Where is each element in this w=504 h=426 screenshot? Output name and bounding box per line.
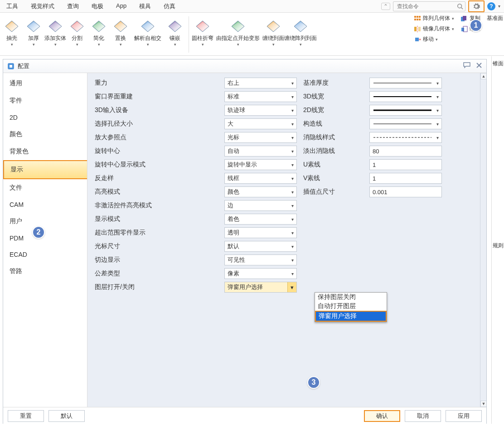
reset-button[interactable]: 重置: [8, 410, 44, 422]
sidebar-item[interactable]: 2D: [3, 109, 87, 126]
sidebar-item[interactable]: 文件: [3, 179, 87, 196]
setting-textbox[interactable]: 80: [369, 146, 442, 157]
line-style-combo[interactable]: ▾: [369, 105, 442, 116]
menubar-item[interactable]: 视觉样式: [28, 0, 57, 12]
ribbon-array-geometry[interactable]: 阵列几何体▾: [414, 15, 454, 22]
setting-combo[interactable]: 自动▾: [224, 146, 297, 157]
ribbon-button[interactable]: 加厚 ▾: [23, 15, 44, 47]
chevron-down-icon[interactable]: ▾: [498, 4, 500, 9]
sidebar-item[interactable]: ECAD: [3, 246, 87, 263]
sidebar-item[interactable]: CAM: [3, 196, 87, 213]
setting-combo[interactable]: 大▾: [224, 118, 297, 129]
layer-toggle-dropdown[interactable]: 保持图层关闭自动打开图层弹窗用户选择: [315, 292, 387, 322]
ribbon-label: 添加实体: [44, 34, 66, 42]
ribbon-label: 镶嵌: [170, 34, 180, 42]
help-button[interactable]: ?: [487, 2, 495, 10]
dropdown-option[interactable]: 自动打开图层: [315, 302, 387, 311]
combo-value: 标准: [228, 93, 239, 101]
menubar-item[interactable]: 电极: [89, 0, 106, 12]
sidebar-item[interactable]: 管路: [3, 263, 87, 280]
callout-badge-3: 3: [307, 376, 320, 389]
setting-combo[interactable]: 颜色▾: [224, 186, 297, 197]
menubar-item[interactable]: 工具: [4, 0, 21, 12]
svg-rect-13: [461, 28, 464, 31]
ribbon-icon: [166, 15, 184, 34]
glimpse-item[interactable]: 规则: [493, 238, 504, 420]
apply-button[interactable]: 应用: [446, 410, 482, 422]
setting-combo[interactable]: 着色▾: [224, 214, 297, 225]
svg-rect-15: [415, 38, 419, 41]
setting-textbox[interactable]: 1: [369, 159, 442, 170]
sidebar-item[interactable]: 颜色: [3, 126, 87, 143]
menubar-item[interactable]: 查询: [64, 0, 82, 12]
menubar-item[interactable]: App: [113, 0, 129, 12]
cancel-button[interactable]: 取消: [405, 410, 441, 422]
default-button[interactable]: 默认: [48, 410, 85, 422]
ribbon-label: 分割: [72, 34, 82, 42]
dropdown-option[interactable]: 弹窗用户选择: [315, 311, 387, 322]
ribbon-move[interactable]: 移动▾: [414, 35, 438, 43]
ribbon-label: 抽壳: [6, 34, 17, 42]
menubar-item[interactable]: 模具: [136, 0, 154, 12]
setting-combo[interactable]: 标准▾: [224, 91, 297, 102]
ribbon-button[interactable]: 简化 ▾: [88, 15, 110, 47]
sidebar-item[interactable]: 显示: [3, 160, 87, 179]
search-input-wrap[interactable]: [393, 1, 465, 11]
setting-combo[interactable]: 默认▾: [224, 241, 297, 252]
ribbon-button[interactable]: 由指定点开始变形 ▾: [213, 15, 262, 47]
setting-combo[interactable]: 光标▾: [224, 132, 297, 143]
line-style-combo[interactable]: ▾: [369, 132, 442, 143]
setting-textbox[interactable]: 1: [369, 173, 442, 184]
ribbon-datum-plane[interactable]: 基准面: [487, 15, 503, 22]
combo-value: 颜色: [228, 188, 239, 196]
scroll-down-icon[interactable]: ▼: [480, 401, 486, 407]
setting-combo[interactable]: 可见性▾: [224, 255, 297, 265]
line-style-combo[interactable]: ▾: [369, 78, 442, 88]
chevron-down-icon: ▾: [33, 42, 35, 47]
ok-button[interactable]: 确认: [364, 410, 400, 422]
chevron-down-icon: ▾: [291, 176, 294, 181]
line-style-combo[interactable]: ▾: [369, 118, 442, 129]
ribbon-button[interactable]: 镶嵌 ▾: [164, 15, 186, 47]
comment-icon[interactable]: [463, 62, 471, 70]
ribbon-mirror-geometry[interactable]: 镜像几何体▾: [414, 25, 454, 33]
scroll-up-icon[interactable]: ▲: [480, 73, 486, 79]
setting-combo[interactable]: 右上▾: [224, 78, 297, 88]
setting-textbox[interactable]: 0.001: [369, 186, 442, 197]
sidebar-item[interactable]: PDM: [3, 230, 87, 246]
sidebar-item[interactable]: 零件: [3, 92, 87, 109]
search-input[interactable]: [396, 3, 454, 10]
ribbon-icon: [139, 15, 157, 34]
ribbon-button[interactable]: 圆柱折弯 ▾: [192, 15, 213, 47]
scrollbar[interactable]: ▲ ▼: [480, 73, 486, 407]
combo-value: 旋转中显示: [228, 161, 257, 169]
ribbon-button[interactable]: 缠绕阵列到面 ▾: [284, 15, 317, 47]
setting-combo[interactable]: 弹窗用户选择▾: [224, 282, 297, 293]
setting-combo[interactable]: 旋转中显示▾: [224, 159, 297, 170]
svg-rect-9: [463, 16, 466, 20]
ribbon-button[interactable]: 抽壳 ▾: [1, 15, 23, 47]
menubar-item[interactable]: 仿真: [161, 0, 178, 12]
setting-label: 放大参照点: [93, 133, 220, 142]
combo-value: 可见性: [228, 256, 245, 264]
caret-up-icon[interactable]: ⌃: [381, 3, 390, 10]
ribbon-button[interactable]: 分割 ▾: [66, 15, 88, 47]
settings-gear-button[interactable]: [468, 0, 485, 12]
setting-combo[interactable]: 透明▾: [224, 227, 297, 238]
ribbon-button[interactable]: 置换 ▾: [110, 15, 131, 47]
sidebar-item[interactable]: 用户: [3, 213, 87, 230]
setting-combo[interactable]: 轨迹球▾: [224, 105, 297, 116]
setting-combo[interactable]: 边▾: [224, 200, 297, 211]
ribbon-button[interactable]: 添加实体 ▾: [44, 15, 66, 47]
glimpse-item[interactable]: 锥面: [493, 56, 504, 238]
sidebar-item[interactable]: 背景色: [3, 143, 87, 160]
ribbon-button[interactable]: 缠绕到面 ▾: [262, 15, 284, 47]
setting-label: 消隐线样式: [301, 133, 365, 142]
close-icon[interactable]: [475, 62, 483, 70]
line-style-combo[interactable]: ▾: [369, 91, 442, 102]
setting-combo[interactable]: 像素▾: [224, 268, 297, 279]
setting-combo[interactable]: 线框▾: [224, 173, 297, 184]
ribbon-button[interactable]: 解析自相交 ▾: [131, 15, 164, 47]
sidebar-item[interactable]: 通用: [3, 75, 87, 92]
dropdown-option[interactable]: 保持图层关闭: [315, 293, 387, 302]
